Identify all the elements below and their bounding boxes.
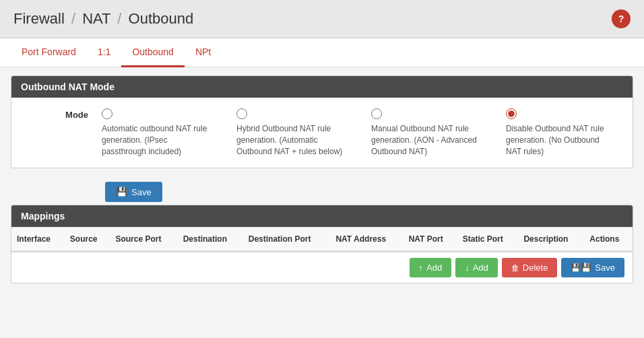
col-static-port: Static Port: [457, 228, 519, 252]
outbound-nat-mode-header: Outbound NAT Mode: [11, 76, 633, 98]
col-nat-address: NAT Address: [330, 228, 403, 252]
col-source-port: Source Port: [110, 228, 177, 252]
mappings-table-wrap: Interface Source Source Port Destination…: [11, 227, 633, 252]
radio-automatic[interactable]: [102, 108, 112, 119]
arrow-down-icon: [465, 263, 470, 273]
add-down-label: Add: [473, 263, 488, 273]
mode-option-manual: Manual Outbound NAT rule generation. (AO…: [371, 108, 479, 157]
tab-outbound[interactable]: Outbound: [121, 38, 185, 67]
mode-option-automatic-text: Automatic outbound NAT rule generation. …: [102, 123, 210, 157]
delete-label: Delete: [523, 263, 548, 273]
mode-option-hybrid: Hybrid Outbound NAT rule generation. (Au…: [236, 108, 344, 157]
radio-hybrid[interactable]: [236, 108, 247, 119]
mappings-header: Mappings: [11, 205, 633, 227]
delete-button[interactable]: Delete: [502, 258, 558, 277]
mappings-table-header-row: Interface Source Source Port Destination…: [11, 228, 633, 252]
col-description: Description: [518, 228, 584, 252]
breadcrumb-outbound: Outbound: [129, 10, 194, 27]
arrow-up-icon: [419, 263, 424, 273]
mode-row: Mode Automatic outbound NAT rule generat…: [21, 108, 623, 157]
col-interface: Interface: [11, 228, 65, 252]
col-destination: Destination: [178, 228, 243, 252]
action-bar: Add Add Delete 💾 Save: [11, 252, 633, 283]
save-bottom-label: Save: [595, 263, 615, 273]
save-area: 💾 Save: [11, 176, 633, 205]
col-source: Source: [65, 228, 110, 252]
breadcrumb: Firewall / NAT / Outbound: [13, 10, 193, 28]
mode-label: Mode: [21, 108, 102, 120]
page-header: Firewall / NAT / Outbound ?: [0, 0, 644, 38]
tab-one-to-one[interactable]: 1:1: [87, 38, 121, 67]
mode-option-manual-text: Manual Outbound NAT rule generation. (AO…: [371, 123, 479, 157]
mode-option-automatic: Automatic outbound NAT rule generation. …: [102, 108, 210, 157]
nav-tabs: Port Forward 1:1 Outbound NPt: [0, 38, 644, 67]
breadcrumb-nat: NAT: [82, 10, 110, 27]
save-button[interactable]: 💾 Save: [105, 182, 162, 202]
mode-option-disable-text: Disable Outbound NAT rule generation. (N…: [506, 123, 614, 157]
save-button-label: Save: [131, 187, 152, 197]
floppy-icon: 💾: [116, 187, 127, 197]
trash-icon: [511, 263, 519, 273]
tab-npt[interactable]: NPt: [185, 38, 222, 67]
floppy-bottom-icon: 💾: [571, 263, 591, 273]
radio-disable[interactable]: [506, 108, 517, 119]
outbound-nat-mode-body: Mode Automatic outbound NAT rule generat…: [11, 98, 633, 168]
mode-option-hybrid-text: Hybrid Outbound NAT rule generation. (Au…: [236, 123, 344, 157]
help-icon[interactable]: ?: [612, 9, 631, 28]
radio-manual[interactable]: [371, 108, 382, 119]
mappings-table: Interface Source Source Port Destination…: [11, 227, 633, 252]
mappings-table-head: Interface Source Source Port Destination…: [11, 228, 633, 252]
add-up-label: Add: [426, 263, 442, 273]
mode-options: Automatic outbound NAT rule generation. …: [102, 108, 614, 157]
mappings-panel: Mappings Interface Source Source Port De…: [11, 205, 633, 283]
add-down-button[interactable]: Add: [455, 258, 498, 277]
main-content: Outbound NAT Mode Mode Automatic outboun…: [0, 67, 644, 300]
outbound-nat-mode-panel: Outbound NAT Mode Mode Automatic outboun…: [11, 75, 633, 168]
mode-option-disable: Disable Outbound NAT rule generation. (N…: [506, 108, 614, 157]
save-bottom-button[interactable]: 💾 Save: [561, 258, 624, 277]
add-up-button[interactable]: Add: [410, 258, 452, 277]
col-actions: Actions: [584, 228, 633, 252]
tab-port-forward[interactable]: Port Forward: [11, 38, 87, 67]
col-destination-port: Destination Port: [243, 228, 331, 252]
breadcrumb-firewall: Firewall: [13, 10, 65, 27]
col-nat-port: NAT Port: [404, 228, 457, 252]
